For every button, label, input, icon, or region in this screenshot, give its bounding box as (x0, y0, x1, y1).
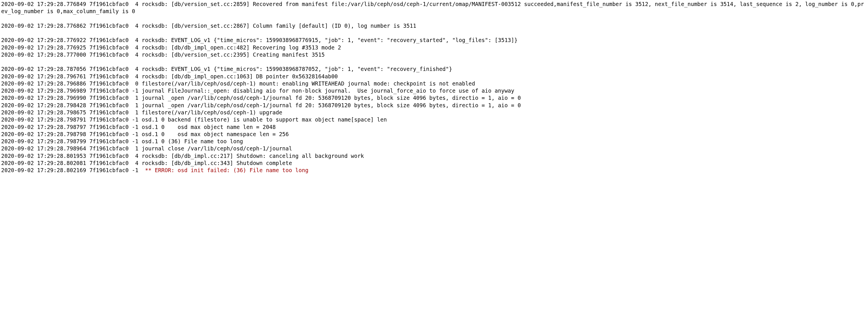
log-line: 2020-09-02 17:29:28.796761 7f1961cbfac0 … (1, 73, 338, 80)
log-timestamp: 2020-09-02 17:29:28.802081 (1, 160, 86, 166)
log-timestamp: 2020-09-02 17:29:28.777000 (1, 52, 86, 58)
log-message: rocksdb: EVENT_LOG_v1 {"time_micros": 15… (142, 66, 452, 72)
log-timestamp: 2020-09-02 17:29:28.798798 (1, 131, 86, 137)
log-level: 1 (132, 145, 138, 152)
log-line: 2020-09-02 17:29:28.798675 7f1961cbfac0 … (1, 109, 282, 116)
log-thread: 7f1961cbfac0 (89, 102, 129, 108)
log-level: 4 (132, 23, 138, 29)
log-thread: 7f1961cbfac0 (89, 116, 129, 123)
log-line: 2020-09-02 17:29:28.776925 7f1961cbfac0 … (1, 44, 341, 51)
log-level: -1 (132, 167, 138, 173)
log-line: 2020-09-02 17:29:28.776922 7f1961cbfac0 … (1, 37, 518, 43)
log-thread: 7f1961cbfac0 (89, 1, 129, 7)
log-line: 2020-09-02 17:29:28.798964 7f1961cbfac0 … (1, 145, 292, 152)
log-timestamp: 2020-09-02 17:29:28.776922 (1, 37, 86, 43)
log-timestamp: 2020-09-02 17:29:28.798428 (1, 102, 86, 108)
log-level: -1 (132, 131, 138, 137)
log-thread: 7f1961cbfac0 (89, 145, 129, 152)
log-thread: 7f1961cbfac0 (89, 44, 129, 51)
log-line: 2020-09-02 17:29:28.802169 7f1961cbfac0 … (1, 167, 308, 173)
log-timestamp: 2020-09-02 17:29:28.776925 (1, 44, 86, 51)
log-timestamp: 2020-09-02 17:29:28.798797 (1, 124, 86, 130)
log-message: osd.1 0 backend (filestore) is unable to… (142, 116, 387, 123)
log-thread: 7f1961cbfac0 (89, 23, 129, 29)
log-level: -1 (132, 116, 138, 123)
log-message: filestore(/var/lib/ceph/osd/ceph-1) upgr… (142, 109, 282, 116)
log-message: osd.1 0 osd max object name len = 2048 (142, 124, 276, 130)
log-thread: 7f1961cbfac0 (89, 95, 129, 101)
log-thread: 7f1961cbfac0 (89, 131, 129, 137)
log-line: 2020-09-02 17:29:28.796886 7f1961cbfac0 … (1, 80, 475, 87)
log-thread: 7f1961cbfac0 (89, 73, 129, 80)
terminal-log: 2020-09-02 17:29:28.776849 7f1961cbfac0 … (0, 0, 868, 176)
log-thread: 7f1961cbfac0 (89, 37, 129, 43)
log-line: 2020-09-02 17:29:28.798428 7f1961cbfac0 … (1, 102, 521, 108)
log-thread: 7f1961cbfac0 (89, 88, 129, 94)
log-message: journal FileJournal::_open: disabling ai… (142, 88, 514, 94)
log-level: 4 (132, 37, 138, 43)
log-line: 2020-09-02 17:29:28.798799 7f1961cbfac0 … (1, 138, 243, 144)
log-message: rocksdb: [db/db_impl_open.cc:1063] DB po… (142, 73, 338, 80)
log-timestamp: 2020-09-02 17:29:28.798675 (1, 109, 86, 116)
log-timestamp: 2020-09-02 17:29:28.776849 (1, 1, 86, 7)
log-message: rocksdb: [db/db_impl_open.cc:482] Recove… (142, 44, 341, 51)
log-level: 1 (132, 102, 138, 108)
log-line: 2020-09-02 17:29:28.798798 7f1961cbfac0 … (1, 131, 289, 137)
log-level: -1 (132, 124, 138, 130)
log-timestamp: 2020-09-02 17:29:28.798799 (1, 138, 86, 144)
log-thread: 7f1961cbfac0 (89, 80, 129, 87)
log-line: 2020-09-02 17:29:28.776849 7f1961cbfac0 … (1, 1, 864, 14)
log-timestamp: 2020-09-02 17:29:28.798964 (1, 145, 86, 152)
log-message: journal _open /var/lib/ceph/osd/ceph-1/j… (142, 102, 521, 108)
log-line: 2020-09-02 17:29:28.787056 7f1961cbfac0 … (1, 66, 452, 72)
log-message: rocksdb: [db/version_set.cc:2395] Creati… (142, 52, 325, 58)
log-message: filestore(/var/lib/ceph/osd/ceph-1) moun… (142, 80, 475, 87)
log-message: rocksdb: [db/version_set.cc:2859] Recove… (1, 1, 864, 14)
log-message: rocksdb: EVENT_LOG_v1 {"time_micros": 15… (142, 37, 518, 43)
log-line: 2020-09-02 17:29:28.776862 7f1961cbfac0 … (1, 23, 416, 29)
log-level: 4 (132, 153, 138, 159)
log-message: rocksdb: [db/version_set.cc:2867] Column… (142, 23, 416, 29)
log-message: rocksdb: [db/db_impl.cc:343] Shutdown co… (142, 160, 292, 166)
log-line: 2020-09-02 17:29:28.798797 7f1961cbfac0 … (1, 124, 276, 130)
log-timestamp: 2020-09-02 17:29:28.787056 (1, 66, 86, 72)
log-level: -1 (132, 88, 138, 94)
log-thread: 7f1961cbfac0 (89, 167, 129, 173)
log-line: 2020-09-02 17:29:28.796990 7f1961cbfac0 … (1, 95, 521, 101)
log-line: 2020-09-02 17:29:28.798791 7f1961cbfac0 … (1, 116, 387, 123)
log-message: rocksdb: [db/db_impl.cc:217] Shutdown: c… (142, 153, 364, 159)
log-thread: 7f1961cbfac0 (89, 52, 129, 58)
log-timestamp: 2020-09-02 17:29:28.796990 (1, 95, 86, 101)
log-level: 4 (132, 52, 138, 58)
log-thread: 7f1961cbfac0 (89, 160, 129, 166)
log-timestamp: 2020-09-02 17:29:28.798791 (1, 116, 86, 123)
log-level: 4 (132, 1, 138, 7)
log-level: 4 (132, 66, 138, 72)
log-message: ** ERROR: osd init failed: (36) File nam… (142, 167, 308, 173)
log-thread: 7f1961cbfac0 (89, 66, 129, 72)
log-timestamp: 2020-09-02 17:29:28.776862 (1, 23, 86, 29)
log-line: 2020-09-02 17:29:28.796989 7f1961cbfac0 … (1, 88, 514, 94)
log-timestamp: 2020-09-02 17:29:28.802169 (1, 167, 86, 173)
log-message: journal _open /var/lib/ceph/osd/ceph-1/j… (142, 95, 521, 101)
log-level: 4 (132, 44, 138, 51)
log-line: 2020-09-02 17:29:28.777000 7f1961cbfac0 … (1, 52, 325, 58)
log-message: osd.1 0 osd max object namespace len = 2… (142, 131, 289, 137)
log-level: 4 (132, 160, 138, 166)
log-level: 4 (132, 73, 138, 80)
log-level: 1 (132, 95, 138, 101)
log-thread: 7f1961cbfac0 (89, 109, 129, 116)
log-timestamp: 2020-09-02 17:29:28.796886 (1, 80, 86, 87)
log-thread: 7f1961cbfac0 (89, 124, 129, 130)
log-timestamp: 2020-09-02 17:29:28.796761 (1, 73, 86, 80)
log-timestamp: 2020-09-02 17:29:28.796989 (1, 88, 86, 94)
log-level: -1 (132, 138, 138, 144)
log-message: osd.1 0 (36) File name too long (142, 138, 243, 144)
log-thread: 7f1961cbfac0 (89, 138, 129, 144)
log-level: 1 (132, 109, 138, 116)
log-level: 0 (132, 80, 138, 87)
log-line: 2020-09-02 17:29:28.802081 7f1961cbfac0 … (1, 160, 292, 166)
log-thread: 7f1961cbfac0 (89, 153, 129, 159)
log-line: 2020-09-02 17:29:28.801953 7f1961cbfac0 … (1, 153, 364, 159)
log-timestamp: 2020-09-02 17:29:28.801953 (1, 153, 86, 159)
